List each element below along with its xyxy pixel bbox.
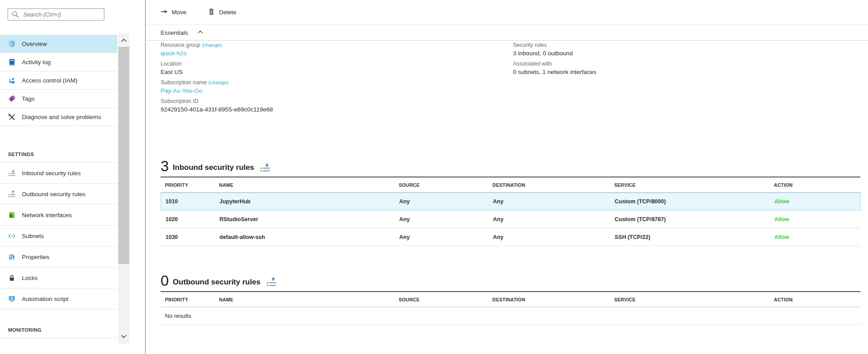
sidebar-item-overview[interactable]: Overview: [0, 35, 117, 53]
diagnose-icon: [8, 113, 16, 121]
sidebar-scrollbar[interactable]: [118, 33, 129, 343]
inbound-rules-section: 3 Inbound security rules PRIORITY NAME S…: [161, 155, 860, 246]
main-content: Move Delete Essentials Resource group (c…: [146, 0, 868, 354]
action-badge: Allow: [770, 234, 860, 240]
essentials-title: Essentials: [161, 29, 188, 36]
security-rules-value: 3 inbound, 0 outbound: [513, 49, 868, 58]
subscription-name-field: Subscription name (change) Pay-As-You-Go: [161, 78, 513, 95]
delete-icon: [208, 8, 215, 16]
section-settings: SETTINGS: [0, 126, 117, 163]
sidebar-item-tags[interactable]: Tags: [0, 90, 117, 108]
inbound-heading-icon: [260, 163, 270, 173]
no-results-message: No results.: [161, 307, 860, 325]
outbound-rules-heading: 0 Outbound security rules: [161, 270, 860, 291]
essentials-toggle[interactable]: Essentials: [146, 25, 868, 41]
inbound-rules-icon: [8, 169, 16, 177]
tag-icon: [8, 95, 16, 103]
security-rules-field: Security rules 3 inbound, 0 outbound: [513, 41, 868, 58]
network-interfaces-icon: [8, 211, 16, 219]
inbound-count: 3: [161, 160, 169, 173]
inbound-title: Inbound security rules: [173, 163, 254, 173]
properties-icon: [8, 253, 16, 261]
location-value: East US: [161, 68, 513, 76]
sidebar-item-properties[interactable]: Properties: [0, 247, 117, 268]
sidebar-item-diagnose[interactable]: Diagnose and solve problems: [0, 108, 117, 126]
lock-icon: [8, 274, 16, 282]
sidebar-item-inbound-rules[interactable]: Inbound security rules: [0, 163, 117, 184]
associated-with-field: Associated with 0 subnets, 1 network int…: [513, 60, 868, 76]
resource-group-change-link[interactable]: (change): [202, 42, 222, 48]
location-field: Location East US: [161, 60, 513, 76]
table-row-jupyterhub[interactable]: 1010 JupyterHub Any Any Custom (TCP/8000…: [161, 193, 860, 210]
resource-group-link[interactable]: quick-h2o: [161, 49, 513, 58]
subscription-name-link[interactable]: Pay-As-You-Go: [161, 86, 513, 95]
search-box[interactable]: [8, 8, 104, 21]
section-monitoring: MONITORING: [0, 309, 117, 338]
outbound-rules-section: 0 Outbound security rules PRIORITY NAME …: [161, 270, 860, 325]
outbound-count: 0: [161, 274, 169, 288]
subnets-icon: [8, 232, 16, 240]
table-row-rstudioserver[interactable]: 1020 RStudioServer Any Any Custom (TCP/8…: [161, 210, 860, 228]
sidebar-item-locks[interactable]: Locks: [0, 268, 117, 288]
sidebar-menu: Overview Activity log Access control (IA…: [0, 35, 117, 338]
essentials-right-column: Security rules 3 inbound, 0 outbound Ass…: [513, 41, 868, 116]
subscription-id-value: 92429150-401a-431f-8955-e69c0c119e68: [161, 105, 513, 114]
action-badge: Allow: [770, 198, 860, 205]
search-input[interactable]: [23, 11, 103, 18]
inbound-table-header: PRIORITY NAME SOURCE DESTINATION SERVICE…: [161, 177, 860, 193]
command-bar: Move Delete: [146, 0, 868, 25]
sidebar-item-outbound-rules[interactable]: Outbound security rules: [0, 184, 117, 205]
outbound-rules-icon: [8, 190, 16, 198]
outbound-title: Outbound security rules: [173, 278, 260, 288]
outbound-heading-icon: [266, 277, 277, 288]
scroll-up-icon[interactable]: [120, 37, 128, 44]
subscription-id-field: Subscription ID 92429150-401a-431f-8955-…: [161, 97, 513, 114]
essentials-panel: Resource group (change) quick-h2o Locati…: [161, 41, 868, 116]
sidebar-item-activity-log[interactable]: Activity log: [0, 53, 117, 71]
move-button[interactable]: Move: [161, 8, 186, 16]
access-control-icon: [8, 77, 16, 84]
scroll-down-icon[interactable]: [120, 333, 128, 340]
associated-with-value: 0 subnets, 1 network interfaces: [513, 68, 868, 76]
move-icon: [161, 8, 168, 16]
activity-log-icon: [8, 58, 16, 66]
resource-group-field: Resource group (change) quick-h2o: [161, 41, 513, 58]
shield-icon: [8, 40, 16, 48]
subscription-change-link[interactable]: (change): [208, 80, 228, 85]
delete-button[interactable]: Delete: [208, 8, 236, 16]
sidebar-item-automation-script[interactable]: Automation script: [0, 288, 117, 309]
sidebar-item-subnets[interactable]: Subnets: [0, 226, 117, 247]
table-row-default-allow-ssh[interactable]: 1030 default-allow-ssh Any Any SSH (TCP/…: [161, 228, 860, 246]
sidebar-item-network-interfaces[interactable]: Network interfaces: [0, 205, 117, 226]
chevron-up-icon[interactable]: [197, 29, 203, 37]
search-icon: [12, 11, 19, 18]
outbound-table-header: PRIORITY NAME SOURCE DESTINATION SERVICE…: [161, 291, 860, 307]
scrollbar-thumb[interactable]: [118, 47, 129, 264]
inbound-rules-heading: 3 Inbound security rules: [161, 155, 860, 177]
sidebar-item-access-control[interactable]: Access control (IAM): [0, 71, 117, 90]
sidebar: Overview Activity log Access control (IA…: [0, 0, 146, 354]
essentials-left-column: Resource group (change) quick-h2o Locati…: [161, 41, 513, 116]
action-badge: Allow: [770, 216, 860, 222]
automation-script-icon: [8, 295, 16, 303]
